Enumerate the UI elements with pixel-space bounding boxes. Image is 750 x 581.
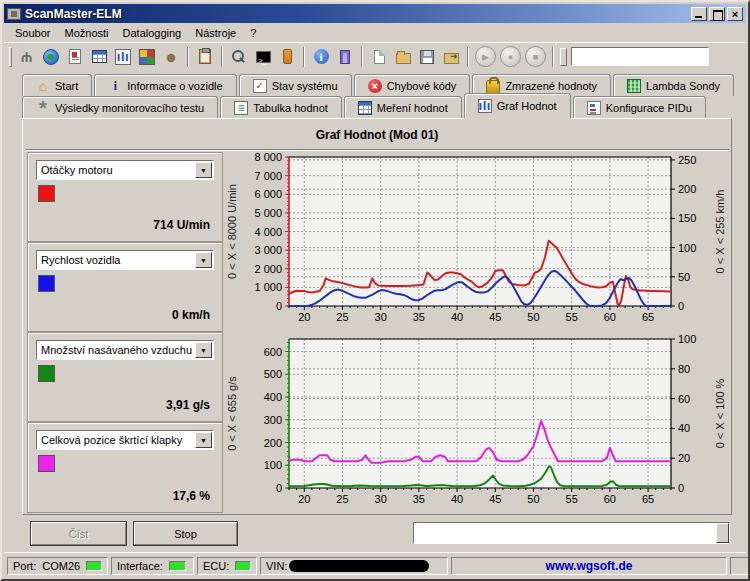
menu-soubor[interactable]: Soubor <box>8 25 57 41</box>
svg-text:60: 60 <box>604 311 616 323</box>
parameter-box-rychlost-vozidla: Rychlost vozidla▼0 km/h <box>27 242 223 332</box>
svg-text:65: 65 <box>642 493 654 505</box>
tab-v-sledky-monitorovac-ho-testu[interactable]: Výsledky monitorovacího testu <box>22 96 218 118</box>
exit-button[interactable] <box>333 45 357 69</box>
pid-select[interactable]: Množství nasávaného vzduchu▼ <box>36 340 214 360</box>
file-save-button[interactable] <box>415 45 439 69</box>
chevron-down-icon[interactable]: ▼ <box>195 342 212 358</box>
toolbar-input[interactable] <box>571 47 709 66</box>
device-icon <box>283 49 292 64</box>
svg-text:30: 30 <box>375 311 387 323</box>
file-save-icon <box>420 50 434 64</box>
maximize-button[interactable] <box>709 7 725 21</box>
series-color-swatch <box>38 455 55 472</box>
file-export-button[interactable] <box>439 45 463 69</box>
file-export-icon <box>444 53 459 64</box>
tab-start[interactable]: Start <box>22 74 92 96</box>
pid-config-icon <box>587 101 601 115</box>
svg-text:600: 600 <box>264 346 282 358</box>
port-value: COM26 <box>42 560 80 572</box>
stop-media-button[interactable]: ■ <box>525 46 546 67</box>
svg-text:250: 250 <box>678 154 696 166</box>
ecu-led-indicator <box>235 561 251 571</box>
menu-[interactable]: ? <box>243 25 263 41</box>
terminal-button[interactable] <box>251 45 275 69</box>
tab-me-en-hodnot[interactable]: Meření hodnot <box>344 96 462 118</box>
line-chart: 01 0002 0003 0004 0005 0006 0007 0008 00… <box>225 150 731 332</box>
graph-tab-icon <box>478 99 492 113</box>
minimize-button[interactable] <box>691 7 707 21</box>
stop-button[interactable]: Stop <box>133 521 238 546</box>
read-button[interactable]: Číst <box>30 521 127 546</box>
right-axis-label: 0 < X < 255 km/h <box>714 190 726 274</box>
svg-text:50: 50 <box>527 311 539 323</box>
svg-text:35: 35 <box>413 493 425 505</box>
tab-label: Informace o vozidle <box>127 80 222 92</box>
progress-thumb[interactable] <box>716 523 729 543</box>
pid-select[interactable]: Celková pozice škrtící klapky▼ <box>36 430 214 450</box>
tab-label: Výsledky monitorovacího testu <box>55 102 204 114</box>
record-button[interactable]: ● <box>500 46 521 67</box>
pid-select[interactable]: Rychlost vozidla▼ <box>36 250 214 270</box>
parameter-value: 3,91 g/s <box>166 398 210 412</box>
start-icon <box>36 79 50 93</box>
series-color-swatch <box>38 275 55 292</box>
chevron-down-icon[interactable]: ▼ <box>195 432 212 448</box>
svg-text:8 000: 8 000 <box>254 151 282 163</box>
pid-select-value: Otáčky motoru <box>37 164 195 176</box>
app-chip-icon <box>7 8 21 20</box>
exit-icon <box>340 50 350 64</box>
chevron-down-icon[interactable]: ▼ <box>195 252 212 268</box>
svg-text:40: 40 <box>451 311 463 323</box>
play-button[interactable]: ▶ <box>475 46 496 67</box>
tab-label: Konfigurace PIDu <box>606 102 692 114</box>
status-ecu: ECU: <box>197 557 257 575</box>
chevron-down-icon[interactable]: ▼ <box>195 162 212 178</box>
file-open-button[interactable] <box>391 45 415 69</box>
chart-bottom: 0100200300400500600020406080100202530354… <box>225 332 731 514</box>
image-viewer-button[interactable] <box>135 45 159 69</box>
vehicle-report-button[interactable] <box>63 45 87 69</box>
svg-text:50: 50 <box>678 271 690 283</box>
svg-text:0: 0 <box>678 482 684 494</box>
tab-stav-syst-mu[interactable]: Stav systému <box>239 74 352 96</box>
menu-datalogging[interactable]: Datalogging <box>116 25 189 41</box>
svg-text:40: 40 <box>678 422 690 434</box>
device-button[interactable] <box>275 45 299 69</box>
svg-text:500: 500 <box>264 368 282 380</box>
info-button[interactable] <box>309 45 333 69</box>
tab-chybov-k-dy[interactable]: Chybové kódy <box>354 74 471 96</box>
tab-informace-o-vozidle[interactable]: Informace o vozidle <box>94 74 236 96</box>
info-icon <box>314 49 329 64</box>
values-table-icon <box>234 101 248 115</box>
chart-view-icon <box>115 49 131 65</box>
tab-lambda-sondy[interactable]: Lambda Sondy <box>613 74 734 96</box>
tab-graf-hodnot[interactable]: Graf Hodnot <box>464 93 571 118</box>
toolbar-slider[interactable] <box>560 48 567 66</box>
pid-select-value: Celková pozice škrtící klapky <box>37 434 195 446</box>
progress-bar[interactable] <box>413 522 730 544</box>
svg-text:150: 150 <box>678 212 696 224</box>
connect-button[interactable] <box>15 45 39 69</box>
globe-button[interactable] <box>39 45 63 69</box>
search-button[interactable] <box>227 45 251 69</box>
pid-select[interactable]: Otáčky motoru▼ <box>36 160 214 180</box>
menu-mo-nosti[interactable]: Možnosti <box>57 25 115 41</box>
clipboard-button[interactable] <box>193 45 217 69</box>
toolbar: ▶●■ <box>4 42 746 70</box>
svg-text:7 000: 7 000 <box>254 170 282 182</box>
file-new-button[interactable] <box>367 45 391 69</box>
chart-view-button[interactable] <box>111 45 135 69</box>
user-button[interactable] <box>159 45 183 69</box>
website-link[interactable]: www.wgsoft.de <box>546 559 633 573</box>
tab-konfigurace-pidu[interactable]: Konfigurace PIDu <box>573 96 706 118</box>
parameter-box-ot-ky-motoru: Otáčky motoru▼714 U/min <box>27 152 223 242</box>
close-button[interactable]: × <box>727 7 743 21</box>
table-view-icon <box>92 50 107 63</box>
menu-n-stroje[interactable]: Nástroje <box>188 25 243 41</box>
svg-text:60: 60 <box>604 493 616 505</box>
table-view-button[interactable] <box>87 45 111 69</box>
tab-tabulka-hodnot[interactable]: Tabulka hodnot <box>220 96 342 118</box>
globe-icon <box>43 49 59 65</box>
svg-text:1 000: 1 000 <box>254 281 282 293</box>
